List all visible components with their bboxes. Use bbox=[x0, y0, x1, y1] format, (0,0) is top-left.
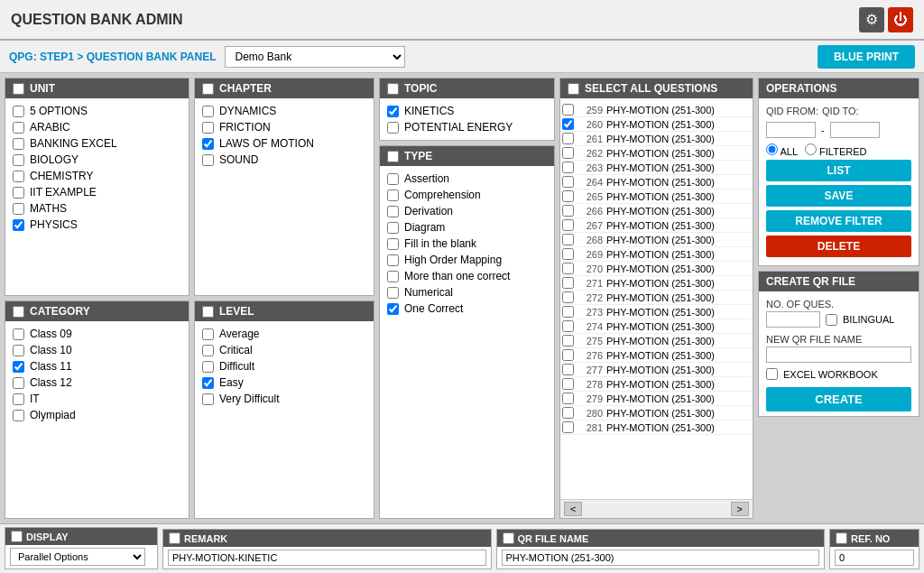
question-checkbox-10[interactable] bbox=[562, 248, 574, 260]
level-list-checkbox-0[interactable] bbox=[202, 328, 214, 340]
category-list-checkbox-1[interactable] bbox=[13, 345, 24, 356]
type-list-label-6: More than one correct bbox=[404, 270, 510, 282]
type-list-checkbox-1[interactable] bbox=[387, 189, 399, 201]
breadcrumb-bar: QPG: STEP1 > QUESTION BANK PANEL Demo Ba… bbox=[0, 41, 924, 73]
category-select-all-checkbox[interactable] bbox=[13, 306, 24, 318]
save-button[interactable]: SAVE bbox=[766, 185, 911, 207]
question-checkbox-21[interactable] bbox=[562, 407, 574, 419]
category-list-checkbox-3[interactable] bbox=[13, 377, 24, 389]
excel-checkbox[interactable] bbox=[766, 368, 778, 380]
radio-filtered[interactable] bbox=[805, 143, 817, 155]
unit-list-checkbox-3[interactable] bbox=[13, 154, 24, 166]
display-checkbox[interactable] bbox=[11, 531, 23, 542]
question-checkbox-5[interactable] bbox=[562, 176, 574, 188]
question-checkbox-16[interactable] bbox=[562, 335, 574, 347]
bilingual-checkbox[interactable] bbox=[826, 314, 837, 326]
type-list-label-5: High Order Mapping bbox=[404, 254, 502, 266]
question-checkbox-6[interactable] bbox=[562, 190, 574, 202]
create-button[interactable]: CREATE bbox=[766, 387, 911, 411]
type-select-all-checkbox[interactable] bbox=[387, 151, 399, 162]
type-list-checkbox-5[interactable] bbox=[387, 254, 399, 266]
level-list-checkbox-4[interactable] bbox=[202, 393, 214, 405]
question-checkbox-7[interactable] bbox=[562, 205, 574, 217]
question-checkbox-17[interactable] bbox=[562, 349, 574, 361]
question-checkbox-15[interactable] bbox=[562, 320, 574, 332]
question-checkbox-22[interactable] bbox=[562, 421, 574, 433]
unit-list-checkbox-6[interactable] bbox=[13, 203, 24, 215]
remark-input[interactable] bbox=[168, 550, 486, 566]
unit-list-checkbox-5[interactable] bbox=[13, 187, 24, 199]
chapter-select-all-checkbox[interactable] bbox=[202, 83, 214, 95]
question-checkbox-1[interactable] bbox=[562, 118, 574, 130]
question-checkbox-14[interactable] bbox=[562, 306, 574, 318]
level-select-all-checkbox[interactable] bbox=[202, 306, 214, 318]
question-checkbox-18[interactable] bbox=[562, 364, 574, 375]
chapter-list-checkbox-1[interactable] bbox=[202, 122, 214, 134]
unit-list-checkbox-0[interactable] bbox=[13, 106, 24, 117]
delete-button[interactable]: DELETE bbox=[766, 236, 911, 257]
question-checkbox-19[interactable] bbox=[562, 378, 574, 390]
type-list-checkbox-4[interactable] bbox=[387, 238, 399, 250]
question-checkbox-9[interactable] bbox=[562, 234, 574, 245]
list-button[interactable]: LIST bbox=[766, 160, 911, 181]
radio-filtered-label[interactable]: FILTERED bbox=[805, 143, 866, 157]
question-checkbox-12[interactable] bbox=[562, 277, 574, 289]
chapter-list-checkbox-0[interactable] bbox=[202, 106, 214, 117]
unit-list-checkbox-2[interactable] bbox=[13, 138, 24, 150]
qr-file-name-input[interactable] bbox=[502, 550, 820, 566]
question-checkbox-2[interactable] bbox=[562, 133, 574, 144]
type-list-checkbox-3[interactable] bbox=[387, 222, 399, 234]
category-list-checkbox-4[interactable] bbox=[13, 393, 24, 405]
excel-label[interactable]: EXCEL WORKBOOK bbox=[766, 366, 911, 382]
chapter-list-checkbox-2[interactable] bbox=[202, 138, 214, 150]
no-ques-input[interactable] bbox=[766, 311, 820, 328]
unit-select-all-checkbox[interactable] bbox=[13, 83, 24, 95]
topic-select-all-checkbox[interactable] bbox=[387, 83, 399, 95]
questions-nav-left[interactable]: < bbox=[564, 502, 582, 516]
bilingual-label[interactable]: BILINGUAL bbox=[826, 312, 894, 328]
type-list-checkbox-6[interactable] bbox=[387, 271, 399, 282]
type-list-checkbox-7[interactable] bbox=[387, 287, 399, 299]
category-list-checkbox-2[interactable] bbox=[13, 361, 24, 373]
chapter-list-label-3: SOUND bbox=[219, 153, 258, 166]
level-list-checkbox-1[interactable] bbox=[202, 345, 214, 356]
power-icon[interactable]: ⏻ bbox=[888, 7, 913, 32]
remark-checkbox[interactable] bbox=[169, 532, 180, 544]
chapter-list-checkbox-3[interactable] bbox=[202, 154, 214, 166]
question-checkbox-11[interactable] bbox=[562, 263, 574, 274]
display-select[interactable]: Parallel Options bbox=[10, 548, 145, 566]
question-checkbox-13[interactable] bbox=[562, 291, 574, 303]
settings-icon[interactable]: ⚙ bbox=[859, 7, 884, 32]
questions-nav-right[interactable]: > bbox=[731, 502, 749, 516]
category-list-checkbox-0[interactable] bbox=[13, 328, 24, 340]
topic-list-checkbox-1[interactable] bbox=[387, 122, 399, 134]
question-checkbox-3[interactable] bbox=[562, 147, 574, 159]
radio-all-label[interactable]: ALL bbox=[766, 143, 798, 157]
level-list-checkbox-2[interactable] bbox=[202, 361, 214, 373]
unit-list-checkbox-1[interactable] bbox=[13, 122, 24, 134]
unit-list-checkbox-4[interactable] bbox=[13, 171, 24, 182]
question-checkbox-0[interactable] bbox=[562, 104, 574, 116]
bank-select[interactable]: Demo Bank bbox=[225, 46, 405, 68]
level-list-checkbox-3[interactable] bbox=[202, 377, 214, 389]
question-checkbox-4[interactable] bbox=[562, 162, 574, 173]
new-qr-input[interactable] bbox=[766, 347, 911, 363]
category-list-checkbox-5[interactable] bbox=[13, 410, 24, 421]
blueprint-button[interactable]: BLUE PRINT bbox=[818, 45, 915, 69]
qid-from-input[interactable] bbox=[766, 122, 816, 138]
qr-file-name-checkbox[interactable] bbox=[503, 532, 514, 544]
radio-all[interactable] bbox=[766, 143, 778, 155]
question-checkbox-8[interactable] bbox=[562, 219, 574, 231]
topic-list-checkbox-0[interactable] bbox=[387, 106, 399, 117]
select-all-questions-checkbox[interactable] bbox=[568, 83, 579, 95]
type-list-checkbox-2[interactable] bbox=[387, 206, 399, 217]
type-list-checkbox-8[interactable] bbox=[387, 303, 399, 315]
type-list-checkbox-0[interactable] bbox=[387, 173, 399, 185]
ref-no-checkbox[interactable] bbox=[836, 532, 847, 544]
remove-filter-button[interactable]: REMOVE FILTER bbox=[766, 210, 911, 232]
unit-list-checkbox-7[interactable] bbox=[13, 219, 24, 231]
qid-to-input[interactable] bbox=[830, 122, 880, 138]
qr-panel-body: NO. OF QUES. BILINGUAL NEW QR FILE NAME … bbox=[759, 291, 919, 416]
question-checkbox-20[interactable] bbox=[562, 393, 574, 404]
ref-no-input[interactable] bbox=[835, 550, 914, 566]
